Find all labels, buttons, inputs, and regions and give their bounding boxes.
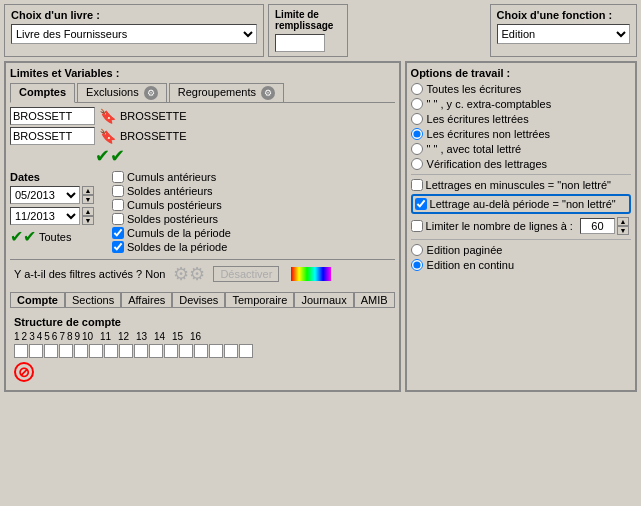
struct-box-6[interactable]: [89, 344, 103, 358]
limiter-up[interactable]: ▲: [617, 217, 629, 226]
cb-cumuls-per: Cumuls de la période: [112, 227, 231, 239]
book-label: Choix d'un livre :: [11, 9, 257, 21]
radio-extra-label: " " , y c. extra-comptables: [427, 98, 552, 110]
cb-cumuls-post: Cumuls postérieurs: [112, 199, 231, 211]
radio-lettrees-label: Les écritures lettrées: [427, 113, 529, 125]
radio-continu: Edition en continu: [411, 259, 631, 271]
exclusions-icon: ⚙: [144, 86, 158, 100]
struct-box-2[interactable]: [29, 344, 43, 358]
tab-comptes[interactable]: Comptes: [10, 83, 75, 103]
cb-cumuls-ant-input[interactable]: [112, 171, 124, 183]
radio-continu-input[interactable]: [411, 259, 423, 271]
limiter-spinner-btns[interactable]: ▲ ▼: [617, 217, 629, 235]
struct-box-15[interactable]: [224, 344, 238, 358]
radio-verification-input[interactable]: [411, 158, 423, 170]
checkboxes-col: Cumuls antérieurs Soldes antérieurs Cumu…: [112, 171, 231, 253]
struct-box-13[interactable]: [194, 344, 208, 358]
cb-soldes-per-label: Soldes de la période: [127, 241, 227, 253]
account-from-1[interactable]: [10, 107, 95, 125]
struct-box-1[interactable]: [14, 344, 28, 358]
cb-limiter-input[interactable]: [411, 220, 423, 232]
cb-minuscules-input[interactable]: [411, 179, 423, 191]
struct-tab-sections[interactable]: Sections: [65, 292, 121, 307]
struct-box-9[interactable]: [134, 344, 148, 358]
radio-total-lettre-input[interactable]: [411, 143, 423, 155]
struct-box-10[interactable]: [149, 344, 163, 358]
tab-exclusions[interactable]: Exclusions ⚙: [77, 83, 167, 102]
date-spinner-1[interactable]: ▲ ▼: [82, 186, 94, 204]
struct-tab-amib[interactable]: AMIB: [354, 292, 395, 307]
struct-label: Structure de compte: [14, 316, 391, 328]
date-down-1[interactable]: ▼: [82, 195, 94, 204]
struct-box-16[interactable]: [239, 344, 253, 358]
radio-total-lettre: " " , avec total lettré: [411, 143, 631, 155]
cb-au-dela-input[interactable]: [415, 198, 427, 210]
radio-paginee-label: Edition paginée: [427, 244, 503, 256]
struct-box-11[interactable]: [164, 344, 178, 358]
struct-tab-devises[interactable]: Devises: [172, 292, 225, 307]
struct-box-14[interactable]: [209, 344, 223, 358]
color-swatch: [291, 267, 331, 281]
struct-tabs: Compte Sections Affaires Devises Tempora…: [10, 292, 395, 308]
cb-limiter: Limiter le nombre de lignes à : ▲ ▼: [411, 217, 631, 235]
limiter-down[interactable]: ▼: [617, 226, 629, 235]
no-filter-icon: ⊘: [14, 362, 391, 382]
radio-extra-input[interactable]: [411, 98, 423, 110]
limit-input[interactable]: 0: [275, 34, 325, 52]
structure-section: Structure de compte 1 2 3 4 5 6 7 8 9 10…: [10, 312, 395, 386]
book-panel: Choix d'un livre : Livre des Fournisseur…: [4, 4, 264, 57]
dates-label: Dates: [10, 171, 94, 183]
date-up-2[interactable]: ▲: [82, 207, 94, 216]
highlight-box: Lettrage au-delà période = "non lettré": [411, 194, 631, 214]
cb-soldes-post-input[interactable]: [112, 213, 124, 225]
limiter-value[interactable]: [580, 218, 615, 234]
date-down-2[interactable]: ▼: [82, 216, 94, 225]
struct-box-12[interactable]: [179, 344, 193, 358]
struct-tab-journaux[interactable]: Journaux: [294, 292, 353, 307]
function-select[interactable]: Edition: [497, 24, 631, 44]
date-up-1[interactable]: ▲: [82, 186, 94, 195]
book-select[interactable]: Livre des Fournisseurs: [11, 24, 257, 44]
radio-total-lettre-label: " " , avec total lettré: [427, 143, 522, 155]
struct-box-3[interactable]: [44, 344, 58, 358]
struct-tab-temporaire[interactable]: Temporaire: [225, 292, 294, 307]
account-from-2[interactable]: [10, 127, 95, 145]
deactivate-button[interactable]: Désactiver: [213, 266, 279, 282]
cb-cumuls-per-input[interactable]: [112, 227, 124, 239]
limiter-spinner: ▲ ▼: [580, 217, 629, 235]
cb-cumuls-post-input[interactable]: [112, 199, 124, 211]
account-rows: 🔖 BROSSETTE 🔖 BROSSETTE ✔✔: [10, 107, 395, 165]
date-spinner-2[interactable]: ▲ ▼: [82, 207, 94, 225]
cb-soldes-ant: Soldes antérieurs: [112, 185, 231, 197]
radio-toutes-input[interactable]: [411, 83, 423, 95]
no-icon: ⊘: [14, 362, 34, 382]
account-name-2: BROSSETTE: [120, 130, 187, 142]
cb-au-dela: Lettrage au-delà période = "non lettré": [415, 198, 627, 210]
radio-extra: " " , y c. extra-comptables: [411, 98, 631, 110]
struct-box-8[interactable]: [119, 344, 133, 358]
limits-tabs: Comptes Exclusions ⚙ Regroupements ⚙: [10, 83, 395, 103]
account-icon-1: 🔖: [99, 108, 116, 124]
radio-verification: Vérification des lettrages: [411, 158, 631, 170]
cb-cumuls-ant-label: Cumuls antérieurs: [127, 171, 216, 183]
cb-cumuls-per-label: Cumuls de la période: [127, 227, 231, 239]
date-row-2: 11/2013 ▲ ▼: [10, 207, 94, 225]
cb-soldes-per-input[interactable]: [112, 241, 124, 253]
date-select-1[interactable]: 05/2013: [10, 186, 80, 204]
radio-lettrees-input[interactable]: [411, 113, 423, 125]
date-select-2[interactable]: 11/2013: [10, 207, 80, 225]
tab-regroupements[interactable]: Regroupements ⚙: [169, 83, 284, 102]
struct-numbers: 1 2 3 4 5 6 7 8 9 10 11 12 13 14 15 16: [14, 331, 391, 342]
limits-title: Limites et Variables :: [10, 67, 395, 79]
cb-soldes-ant-input[interactable]: [112, 185, 124, 197]
struct-tab-compte[interactable]: Compte: [10, 292, 65, 307]
struct-box-4[interactable]: [59, 344, 73, 358]
struct-boxes: [14, 344, 391, 358]
struct-box-5[interactable]: [74, 344, 88, 358]
toutes-check: ✔✔: [10, 227, 36, 246]
struct-tab-affaires[interactable]: Affaires: [121, 292, 172, 307]
cb-soldes-post-label: Soldes postérieurs: [127, 213, 218, 225]
radio-paginee-input[interactable]: [411, 244, 423, 256]
radio-non-lettrees-input[interactable]: [411, 128, 423, 140]
struct-box-7[interactable]: [104, 344, 118, 358]
